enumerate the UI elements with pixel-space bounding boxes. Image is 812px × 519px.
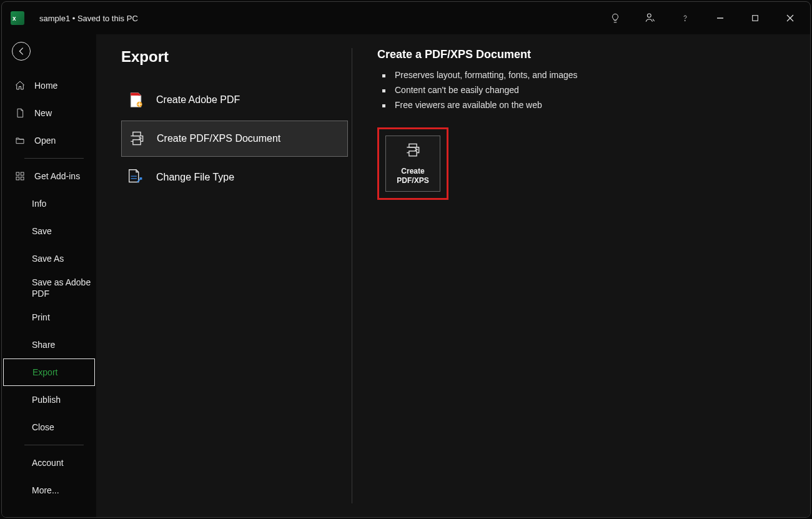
filename: sample1 <box>39 14 70 23</box>
divider <box>24 158 84 159</box>
sidebar-item-account[interactable]: Account <box>2 449 96 477</box>
svg-rect-11 <box>133 132 141 136</box>
maximize-button[interactable] <box>741 6 769 31</box>
folder-icon <box>14 135 26 146</box>
printer-icon <box>403 142 423 162</box>
action-button-label: Create PDF/XPS <box>397 167 428 185</box>
sidebar-label: Home <box>34 81 57 91</box>
minimize-button[interactable] <box>706 6 734 31</box>
sidebar-label: Save as Adobe PDF <box>32 277 96 299</box>
export-option-change-type[interactable]: Change File Type <box>121 159 348 195</box>
change-type-icon <box>126 167 146 187</box>
highlight-box: Create PDF/XPS <box>377 127 448 200</box>
detail-bullets: Preserves layout, formatting, fonts, and… <box>377 67 578 112</box>
svg-point-1 <box>685 20 685 21</box>
save-status: Saved to this PC <box>77 14 138 23</box>
sidebar: Home New Open Get Add-ins <box>2 34 96 517</box>
svg-point-0 <box>647 14 651 17</box>
sidebar-item-publish[interactable]: Publish <box>2 386 96 413</box>
sidebar-item-home[interactable]: Home <box>2 72 96 99</box>
svg-rect-13 <box>409 144 417 147</box>
sidebar-label: Print <box>32 312 50 322</box>
window-title: sample1 • Saved to this PC <box>39 14 138 23</box>
svg-rect-14 <box>409 151 417 156</box>
sidebar-label: Publish <box>32 395 61 405</box>
sidebar-item-save-adobe-pdf[interactable]: Save as Adobe PDF <box>2 272 96 304</box>
excel-app-icon <box>11 11 24 25</box>
help-icon[interactable] <box>671 6 699 31</box>
sidebar-label: Save <box>32 226 52 236</box>
option-label: Change File Type <box>156 172 234 183</box>
divider <box>24 445 84 445</box>
bullet-item: Content can't be easily changed <box>377 82 578 97</box>
svg-rect-7 <box>21 172 24 175</box>
sidebar-label: Info <box>32 199 46 209</box>
sidebar-item-print[interactable]: Print <box>2 304 96 331</box>
printer-icon <box>127 129 147 149</box>
sidebar-label: New <box>34 108 52 118</box>
close-button[interactable] <box>776 6 804 31</box>
main-panel: Export Create Adobe PDF <box>96 34 810 517</box>
option-label: Create PDF/XPS Document <box>157 133 280 144</box>
sidebar-label: Save As <box>32 254 64 264</box>
title-bar: sample1 • Saved to this PC <box>2 2 810 34</box>
sidebar-label: Share <box>32 340 55 350</box>
sidebar-item-share[interactable]: Share <box>2 331 96 358</box>
sidebar-item-more[interactable]: More... <box>2 477 96 504</box>
bullet-item: Preserves layout, formatting, fonts, and… <box>377 67 578 82</box>
sidebar-item-saveas[interactable]: Save As <box>2 245 96 272</box>
export-option-adobe-pdf[interactable]: Create Adobe PDF <box>121 82 348 118</box>
sidebar-label: Open <box>34 136 56 146</box>
sidebar-label: Close <box>32 422 54 432</box>
option-label: Create Adobe PDF <box>156 94 240 106</box>
export-option-pdf-xps[interactable]: Create PDF/XPS Document <box>121 121 348 157</box>
sidebar-item-save[interactable]: Save <box>2 217 96 245</box>
grid-icon <box>14 171 26 182</box>
document-icon <box>14 107 26 119</box>
page-title: Export <box>121 48 348 66</box>
sidebar-item-export[interactable]: Export <box>3 358 95 386</box>
sidebar-item-addins[interactable]: Get Add-ins <box>2 162 96 190</box>
back-button[interactable] <box>12 42 31 61</box>
sidebar-item-close[interactable]: Close <box>2 413 96 441</box>
svg-rect-6 <box>16 172 19 175</box>
home-icon <box>14 80 26 91</box>
pdf-adobe-icon <box>126 90 146 110</box>
create-pdf-xps-button[interactable]: Create PDF/XPS <box>385 136 440 192</box>
sidebar-item-info[interactable]: Info <box>2 190 96 217</box>
account-icon[interactable] <box>636 6 664 31</box>
sidebar-label: Get Add-ins <box>34 171 80 181</box>
sidebar-label: Account <box>32 458 64 468</box>
sidebar-label: More... <box>32 485 59 495</box>
sidebar-label: Export <box>32 367 57 377</box>
svg-rect-12 <box>133 140 141 145</box>
sidebar-item-open[interactable]: Open <box>2 127 96 154</box>
svg-rect-8 <box>16 177 19 180</box>
lightbulb-icon[interactable] <box>602 6 629 31</box>
bullet-item: Free viewers are available on the web <box>377 97 578 112</box>
detail-heading: Create a PDF/XPS Document <box>377 48 578 61</box>
svg-rect-3 <box>753 16 758 21</box>
svg-rect-9 <box>21 177 24 180</box>
sidebar-item-new[interactable]: New <box>2 99 96 127</box>
